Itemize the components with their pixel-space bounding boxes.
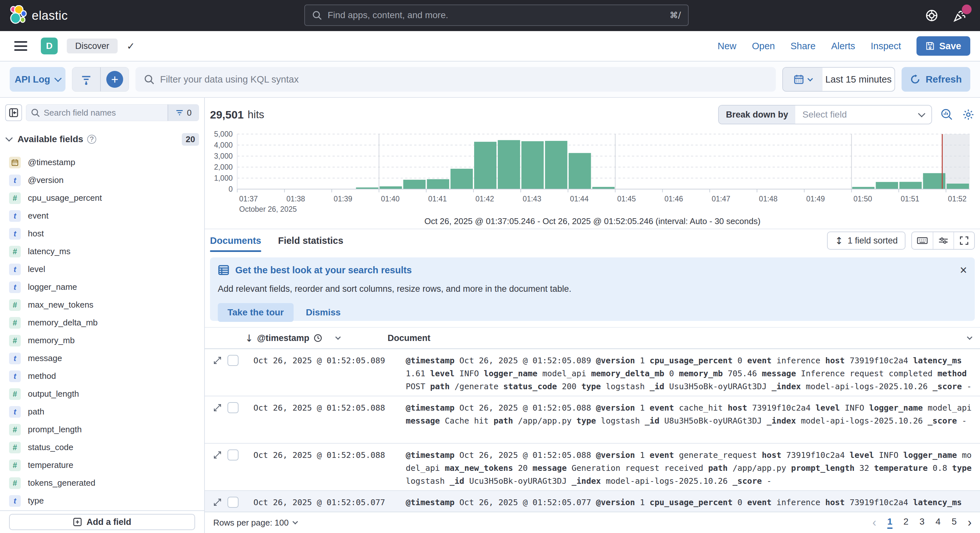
chevron-down-icon[interactable] bbox=[335, 335, 340, 340]
page-number[interactable]: 2 bbox=[904, 517, 909, 529]
field-item-tokensgenerated[interactable]: #tokens_generated bbox=[0, 474, 204, 492]
display-options-button[interactable] bbox=[933, 232, 953, 249]
field-item-method[interactable]: tmethod bbox=[0, 367, 204, 385]
breakdown-control: Break down by Select field bbox=[718, 105, 932, 124]
page-number[interactable]: 1 bbox=[887, 517, 892, 529]
field-item-statuscode[interactable]: #status_code bbox=[0, 438, 204, 456]
field-item-level[interactable]: tlevel bbox=[0, 260, 204, 278]
collapse-sidebar-button[interactable] bbox=[5, 104, 22, 121]
filter-icon bbox=[175, 108, 184, 117]
document-column-header[interactable]: Document bbox=[388, 333, 430, 343]
date-field-icon bbox=[9, 157, 21, 168]
kql-query-input[interactable]: Filter your data using KQL syntax bbox=[135, 67, 776, 92]
string-field-icon: t bbox=[9, 406, 21, 418]
field-name: tokens_generated bbox=[28, 478, 95, 488]
help-icon[interactable] bbox=[925, 9, 939, 22]
expand-row-icon[interactable] bbox=[213, 356, 223, 365]
new-button[interactable]: New bbox=[718, 41, 736, 51]
hits-count: 29,501 bbox=[210, 108, 244, 121]
page-number[interactable]: 3 bbox=[920, 517, 924, 529]
table-row: Oct 26, 2025 @ 01:52:05.088@timestamp Oc… bbox=[205, 444, 980, 491]
field-item-outputlength[interactable]: #output_length bbox=[0, 385, 204, 403]
chevron-down-icon[interactable] bbox=[967, 335, 972, 340]
field-item-temperature[interactable]: #temperature bbox=[0, 456, 204, 474]
sliders-icon bbox=[937, 235, 949, 246]
field-name: type bbox=[28, 496, 44, 506]
fullscreen-button[interactable] bbox=[953, 232, 974, 249]
field-item-path[interactable]: tpath bbox=[0, 403, 204, 420]
field-item-loggername[interactable]: tlogger_name bbox=[0, 278, 204, 296]
field-item-promptlength[interactable]: #prompt_length bbox=[0, 420, 204, 438]
field-search-input[interactable]: Search field names 0 bbox=[26, 104, 199, 121]
row-checkbox[interactable] bbox=[228, 449, 239, 460]
data-view-picker[interactable]: API Log bbox=[10, 67, 65, 92]
field-item-memorydeltamb[interactable]: #memory_delta_mb bbox=[0, 314, 204, 332]
field-name: method bbox=[28, 371, 56, 381]
number-field-icon: # bbox=[9, 335, 21, 346]
menu-icon[interactable] bbox=[14, 41, 27, 51]
page-number[interactable]: 4 bbox=[935, 517, 941, 529]
field-item-message[interactable]: tmessage bbox=[0, 349, 204, 367]
field-item-event[interactable]: tevent bbox=[0, 207, 204, 225]
previous-page-icon[interactable]: ‹ bbox=[872, 517, 876, 528]
tab-documents[interactable]: Documents bbox=[210, 229, 261, 252]
keyboard-shortcuts-button[interactable] bbox=[912, 232, 933, 249]
next-page-icon[interactable]: › bbox=[968, 517, 972, 528]
gear-icon[interactable] bbox=[962, 108, 975, 121]
save-button[interactable]: Save bbox=[916, 36, 970, 56]
field-item-type[interactable]: ttype bbox=[0, 492, 204, 510]
chevron-down-icon[interactable] bbox=[5, 134, 13, 142]
alerts-button[interactable]: Alerts bbox=[831, 41, 855, 51]
filter-menu-button[interactable] bbox=[72, 67, 100, 91]
breadcrumb[interactable]: Discover bbox=[67, 38, 118, 54]
number-field-icon: # bbox=[9, 424, 21, 436]
svg-text:01:44: 01:44 bbox=[570, 195, 589, 203]
table-row: Oct 26, 2025 @ 01:52:05.089@timestamp Oc… bbox=[205, 349, 980, 397]
svg-text:01:50: 01:50 bbox=[853, 195, 872, 203]
svg-text:October 26, 2025: October 26, 2025 bbox=[239, 205, 297, 213]
expand-row-icon[interactable] bbox=[213, 498, 223, 506]
expand-row-icon[interactable] bbox=[213, 403, 223, 412]
svg-text:01:40: 01:40 bbox=[381, 195, 399, 203]
svg-text:01:52: 01:52 bbox=[948, 195, 967, 203]
row-checkbox[interactable] bbox=[228, 402, 239, 413]
row-checkbox[interactable] bbox=[228, 355, 239, 366]
row-timestamp: Oct 26, 2025 @ 01:52:05.089 bbox=[253, 354, 398, 367]
row-checkbox[interactable] bbox=[228, 497, 239, 508]
field-item-latencyms[interactable]: #latency_ms bbox=[0, 243, 204, 260]
take-tour-button[interactable]: Take the tour bbox=[218, 303, 294, 322]
add-field-button[interactable]: Add a field bbox=[9, 514, 195, 530]
histogram-chart[interactable]: 01,0002,0003,0004,0005,00001:3701:3801:3… bbox=[207, 129, 979, 213]
chart-caption: Oct 26, 2025 @ 01:37:05.246 - Oct 26, 20… bbox=[205, 216, 980, 226]
number-field-icon: # bbox=[9, 460, 21, 471]
refresh-button[interactable]: Refresh bbox=[902, 67, 970, 92]
page-number[interactable]: 5 bbox=[951, 517, 957, 529]
close-icon[interactable]: × bbox=[960, 264, 967, 276]
share-button[interactable]: Share bbox=[791, 41, 815, 51]
field-item-maxnewtokens[interactable]: #max_new_tokens bbox=[0, 296, 204, 314]
sorted-fields-button[interactable]: ↕ 1 field sorted bbox=[827, 232, 905, 250]
news-feed-icon[interactable] bbox=[953, 8, 967, 23]
dismiss-button[interactable]: Dismiss bbox=[306, 307, 340, 318]
open-button[interactable]: Open bbox=[752, 41, 775, 51]
add-filter-button[interactable]: + bbox=[100, 67, 129, 91]
field-item-timestamp[interactable]: @timestamp bbox=[0, 154, 204, 171]
breakdown-select[interactable]: Select field bbox=[795, 106, 931, 124]
field-item-cpuusagepercent[interactable]: #cpu_usage_percent bbox=[0, 189, 204, 207]
field-item-memorymb[interactable]: #memory_mb bbox=[0, 332, 204, 349]
expand-row-icon[interactable] bbox=[213, 451, 223, 459]
time-range-value[interactable]: Last 15 minutes bbox=[822, 68, 894, 91]
inspect-button[interactable]: Inspect bbox=[871, 41, 901, 51]
date-picker-menu[interactable] bbox=[783, 68, 822, 91]
field-name: cpu_usage_percent bbox=[28, 193, 102, 203]
field-item-version[interactable]: t@version bbox=[0, 171, 204, 189]
edit-visualization-icon[interactable] bbox=[940, 108, 953, 121]
svg-text:01:43: 01:43 bbox=[523, 195, 541, 203]
space-badge[interactable]: D bbox=[41, 38, 58, 54]
rows-per-page-button[interactable]: Rows per page: 100 bbox=[213, 518, 297, 528]
tab-field-statistics[interactable]: Field statistics bbox=[278, 229, 343, 252]
field-item-host[interactable]: thost bbox=[0, 225, 204, 243]
global-search-input[interactable]: Find apps, content, and more. ⌘/ bbox=[304, 5, 689, 26]
field-filter-button[interactable]: 0 bbox=[167, 105, 199, 121]
timestamp-column-header[interactable]: ↓ @timestamp bbox=[245, 333, 375, 344]
